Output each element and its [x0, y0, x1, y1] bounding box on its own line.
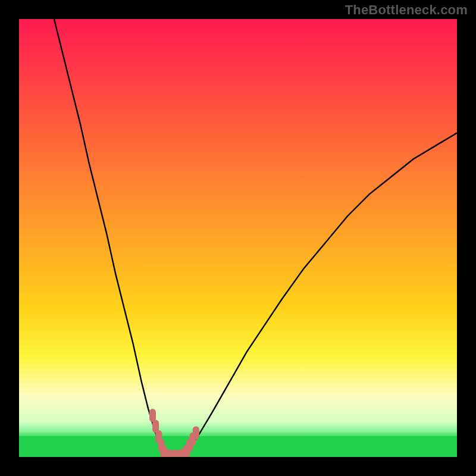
marker-point: [193, 427, 199, 440]
watermark-text: TheBottleneck.com: [345, 2, 468, 18]
chart-frame: TheBottleneck.com: [0, 0, 476, 476]
plot-area: [19, 19, 457, 457]
highlight-markers: [19, 19, 457, 457]
